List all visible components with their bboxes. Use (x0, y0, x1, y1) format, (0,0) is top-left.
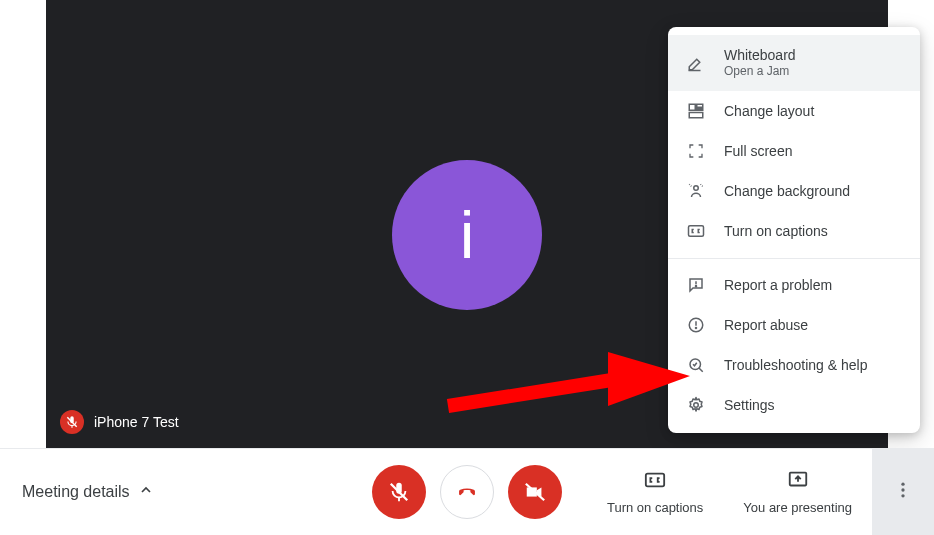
menu-item-troubleshooting[interactable]: Troubleshooting & help (668, 345, 920, 385)
meeting-details-label: Meeting details (22, 483, 130, 501)
menu-item-label: Report abuse (724, 316, 808, 334)
captions-label: Turn on captions (607, 500, 703, 515)
svg-line-9 (701, 185, 703, 187)
more-vert-icon (893, 480, 913, 504)
mute-button[interactable] (372, 465, 426, 519)
menu-item-label: Report a problem (724, 276, 832, 294)
fullscreen-icon (686, 143, 706, 159)
menu-divider (668, 258, 920, 259)
menu-item-change-layout[interactable]: Change layout (668, 91, 920, 131)
menu-item-report-abuse[interactable]: Report abuse (668, 305, 920, 345)
hangup-button[interactable] (440, 465, 494, 519)
chevron-up-icon (138, 482, 154, 502)
participant-name: iPhone 7 Test (94, 414, 179, 430)
menu-item-label: Whiteboard (724, 46, 796, 64)
menu-item-whiteboard[interactable]: Whiteboard Open a Jam (668, 35, 920, 91)
captions-button[interactable]: Turn on captions (587, 449, 723, 535)
menu-item-settings[interactable]: Settings (668, 385, 920, 425)
svg-rect-4 (697, 104, 703, 107)
more-options-button[interactable] (872, 449, 934, 535)
captions-icon (686, 222, 706, 240)
svg-rect-6 (689, 112, 703, 117)
menu-item-label: Full screen (724, 142, 792, 160)
gear-icon (686, 396, 706, 414)
mic-muted-icon (60, 410, 84, 434)
presenting-button[interactable]: You are presenting (723, 449, 872, 535)
menu-item-label: Troubleshooting & help (724, 356, 867, 374)
menu-item-full-screen[interactable]: Full screen (668, 131, 920, 171)
menu-item-label: Change background (724, 182, 850, 200)
menu-item-label: Change layout (724, 102, 814, 120)
meeting-details-button[interactable]: Meeting details (22, 482, 154, 502)
captions-icon (644, 469, 666, 494)
layout-icon (686, 102, 706, 120)
menu-item-report-problem[interactable]: Report a problem (668, 265, 920, 305)
svg-point-26 (901, 483, 904, 486)
svg-point-7 (694, 186, 699, 191)
report-abuse-icon (686, 316, 706, 334)
bottom-bar: Meeting details (0, 448, 934, 535)
call-controls (372, 465, 562, 519)
menu-item-change-background[interactable]: Change background (668, 171, 920, 211)
avatar: i (392, 160, 542, 310)
menu-item-subtitle: Open a Jam (724, 64, 796, 80)
menu-item-label: Turn on captions (724, 222, 828, 240)
presenting-label: You are presenting (743, 500, 852, 515)
troubleshoot-icon (686, 356, 706, 374)
svg-point-28 (901, 494, 904, 497)
svg-line-17 (699, 368, 703, 372)
feedback-icon (686, 276, 706, 294)
menu-item-label: Settings (724, 396, 775, 414)
svg-rect-24 (646, 474, 664, 487)
svg-rect-3 (689, 104, 695, 110)
menu-item-turn-on-captions[interactable]: Turn on captions (668, 211, 920, 251)
pencil-icon (686, 54, 706, 72)
present-icon (787, 469, 809, 494)
svg-point-18 (694, 403, 699, 408)
svg-point-27 (901, 488, 904, 491)
svg-point-12 (695, 285, 696, 286)
avatar-letter: i (460, 202, 475, 268)
camera-off-button[interactable] (508, 465, 562, 519)
participant-badge: iPhone 7 Test (60, 410, 179, 434)
svg-rect-10 (689, 226, 704, 237)
svg-line-8 (689, 185, 691, 187)
background-icon (686, 182, 706, 200)
more-options-menu: Whiteboard Open a Jam Change layout Full… (668, 27, 920, 433)
svg-rect-5 (697, 109, 703, 111)
svg-point-15 (695, 327, 696, 328)
